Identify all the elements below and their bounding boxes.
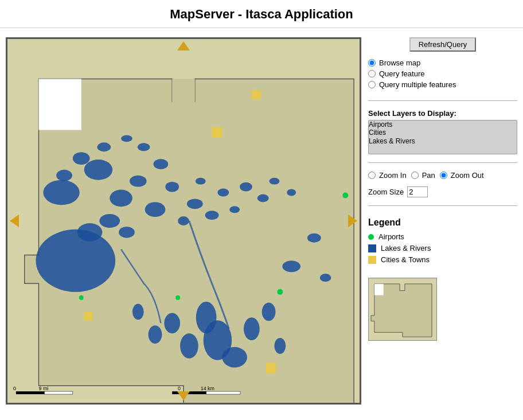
query-multiple-label: Query multiple features: [379, 80, 456, 89]
layer-option-lakes-rivers[interactable]: Lakes & Rivers: [369, 137, 517, 145]
svg-point-48: [277, 289, 283, 295]
layers-section: Select Layers to Display: Airports Citie…: [368, 109, 517, 154]
svg-point-32: [222, 347, 247, 368]
svg-rect-43: [212, 127, 223, 138]
legend-label-airports: Airports: [378, 232, 404, 241]
svg-point-38: [149, 325, 162, 344]
layer-option-cities[interactable]: Cities: [369, 129, 517, 137]
svg-rect-45: [266, 363, 276, 374]
layer-option-airports[interactable]: Airports: [369, 120, 517, 129]
svg-point-40: [282, 260, 300, 272]
zoom-out-radio[interactable]: [440, 172, 447, 179]
svg-point-20: [257, 194, 269, 202]
svg-point-5: [43, 180, 79, 205]
zoom-size-input[interactable]: 2: [407, 186, 428, 197]
svg-point-49: [175, 295, 180, 300]
svg-marker-2: [38, 79, 81, 130]
svg-point-28: [73, 152, 90, 165]
zoom-row: Zoom In Pan Zoom Out: [368, 171, 517, 180]
legend-items: Airports Lakes & Rivers Cities & Towns: [368, 232, 517, 264]
svg-point-47: [342, 192, 348, 198]
main-layout: 0 9 mi 0 14 km Refresh/Query Browse map …: [0, 33, 523, 409]
legend-item-airports: Airports: [368, 232, 517, 241]
svg-point-21: [270, 178, 280, 185]
legend-item-cities-towns: Cities & Towns: [368, 255, 517, 264]
legend-section: Legend Airports Lakes & Rivers Cities & …: [368, 217, 517, 271]
browse-map-label: Browse map: [379, 59, 420, 67]
divider-3: [368, 205, 517, 206]
svg-text:9 mi: 9 mi: [38, 386, 48, 391]
browse-map-radio[interactable]: [368, 59, 376, 67]
legend-box-lakes: [368, 244, 376, 252]
svg-rect-46: [84, 312, 93, 320]
page-title: MapServer - Itasca Application: [0, 0, 523, 28]
divider-2: [368, 162, 517, 163]
svg-point-8: [130, 176, 147, 187]
svg-text:0: 0: [178, 386, 181, 391]
nav-arrow-left[interactable]: [10, 215, 19, 227]
svg-point-4: [36, 230, 116, 292]
legend-label-lakes: Lakes & Rivers: [381, 244, 431, 252]
zoom-in-radio[interactable]: [368, 172, 376, 179]
svg-rect-52: [44, 391, 73, 394]
svg-point-13: [165, 182, 179, 192]
svg-point-29: [56, 170, 72, 181]
svg-point-19: [240, 182, 252, 192]
svg-point-33: [244, 317, 260, 340]
pan-radio[interactable]: [411, 172, 419, 179]
svg-point-41: [307, 234, 321, 243]
svg-point-37: [164, 313, 180, 333]
minimap-svg: [369, 278, 436, 340]
refresh-btn-row: Refresh/Query: [368, 37, 517, 52]
query-feature-option[interactable]: Query feature: [368, 69, 517, 78]
refresh-query-button[interactable]: Refresh/Query: [409, 37, 477, 52]
svg-point-6: [84, 160, 113, 180]
svg-point-17: [217, 189, 229, 197]
pan-label: Pan: [422, 171, 435, 180]
zoom-size-row: Zoom Size 2: [368, 186, 517, 197]
svg-point-24: [154, 159, 169, 169]
divider-1: [368, 100, 517, 101]
svg-point-50: [79, 295, 84, 300]
pan-option[interactable]: Pan: [411, 171, 435, 180]
sidebar: Refresh/Query Browse map Query feature Q…: [368, 37, 517, 341]
legend-dot-airports: [368, 234, 374, 240]
svg-rect-44: [252, 90, 261, 99]
svg-point-7: [110, 190, 132, 207]
browse-map-option[interactable]: Browse map: [368, 59, 517, 67]
layers-select[interactable]: Airports Cities Lakes & Rivers: [368, 120, 517, 154]
svg-point-39: [132, 304, 144, 320]
zoom-in-label: Zoom In: [379, 171, 407, 180]
svg-rect-58: [206, 391, 240, 394]
nav-arrow-right[interactable]: [348, 215, 357, 227]
query-multiple-radio[interactable]: [368, 81, 376, 88]
query-feature-label: Query feature: [379, 69, 425, 78]
svg-point-11: [119, 227, 135, 238]
query-multiple-option[interactable]: Query multiple features: [368, 80, 517, 89]
svg-point-42: [320, 274, 331, 282]
legend-title: Legend: [368, 217, 517, 228]
map-container[interactable]: 0 9 mi 0 14 km: [6, 37, 361, 405]
zoom-in-option[interactable]: Zoom In: [368, 171, 407, 180]
svg-point-23: [196, 178, 206, 185]
svg-point-36: [180, 333, 198, 359]
nav-arrow-top[interactable]: [177, 41, 190, 50]
svg-point-12: [145, 202, 166, 217]
svg-text:0: 0: [13, 386, 16, 391]
svg-point-9: [99, 214, 120, 228]
svg-point-25: [138, 143, 150, 151]
svg-point-10: [77, 223, 103, 242]
svg-point-15: [187, 199, 203, 209]
legend-label-cities: Cities & Towns: [381, 255, 430, 264]
zoom-out-option[interactable]: Zoom Out: [440, 171, 484, 180]
svg-point-16: [205, 211, 219, 220]
select-layers-label: Select Layers to Display:: [368, 109, 517, 118]
nav-arrow-bottom[interactable]: [177, 391, 190, 400]
svg-point-18: [229, 206, 240, 213]
svg-rect-3: [172, 79, 195, 118]
mode-radio-group: Browse map Query feature Query multiple …: [368, 59, 517, 89]
svg-point-27: [97, 142, 111, 151]
query-feature-radio[interactable]: [368, 70, 376, 77]
map-svg: 0 9 mi 0 14 km: [7, 39, 360, 403]
minimap-container: [368, 278, 437, 341]
